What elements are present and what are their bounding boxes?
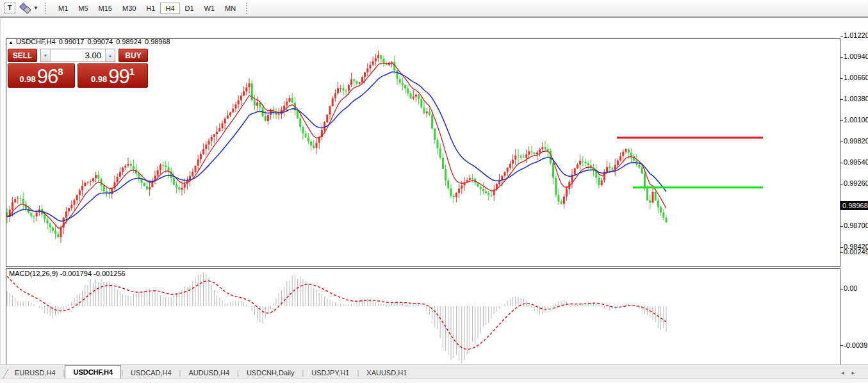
toolbar-grip[interactable] xyxy=(45,3,48,14)
chart-tab-bar: EURUSD,H4|USDCHF,H4|USDCAD,H4|AUDUSD,H4|… xyxy=(0,364,868,379)
tab-usdchf-h4[interactable]: USDCHF,H4 xyxy=(65,365,121,379)
one-click-trading-panel: SELL ▼ ▲ BUY 0.98 96 8 0.98 99 1 xyxy=(8,49,148,88)
buy-pips: 99 xyxy=(108,66,129,87)
timeframe-button-m1[interactable]: M1 xyxy=(53,3,73,14)
price-axis-label: 1.00940 xyxy=(844,53,868,60)
macd-indicator-label: MACD(12,26,9) -0.001794 -0.001256 xyxy=(9,270,126,277)
sell-big-figure: 0.98 xyxy=(19,74,35,84)
terminal-window: T ▼ M1M5M15M30H1H4D1W1MN ▲USDCHF,H40.990… xyxy=(0,0,868,383)
up-triangle-icon: ▲ xyxy=(8,40,13,45)
tab-scroll-right-icon[interactable]: ► xyxy=(851,370,862,376)
tab-scroll-left-icon[interactable]: ◄ xyxy=(840,370,851,376)
chevron-down-icon: ▼ xyxy=(33,5,38,11)
price-axis-label: 0.99540 xyxy=(844,158,868,166)
tab-xauusd-h1[interactable]: XAUUSD,H1 xyxy=(359,366,414,379)
timeframe-button-d1[interactable]: D1 xyxy=(180,3,199,14)
macd-chart[interactable] xyxy=(6,268,840,368)
status-strip xyxy=(0,379,868,383)
price-axis-tick xyxy=(840,142,843,142)
macd-signal-line xyxy=(7,276,666,349)
timeframe-button-h1[interactable]: H1 xyxy=(141,3,160,14)
price-axis-tick xyxy=(840,120,843,121)
macd-axis-label: 0.00 xyxy=(844,284,857,292)
current-price-tag: 0.98968 xyxy=(840,201,868,210)
low-value: 0.98924 xyxy=(116,38,142,45)
tab-scroll-arrows: ◄► xyxy=(840,370,862,376)
high-value: 0.99074 xyxy=(87,38,113,45)
price-axis-label: 0.99260 xyxy=(844,179,868,187)
sell-button[interactable]: SELL xyxy=(8,49,37,62)
timeframe-button-m15[interactable]: M15 xyxy=(94,3,117,14)
price-axis-tick xyxy=(840,57,843,58)
buy-pipette: 1 xyxy=(129,66,135,77)
macd-axis-tick xyxy=(840,252,843,253)
volume-input[interactable] xyxy=(51,49,105,61)
timeframe-button-h4[interactable]: H4 xyxy=(160,3,179,14)
price-axis-tick xyxy=(840,247,843,248)
price-axis-tick xyxy=(840,226,843,227)
symbol-label: USDCHF,H4 xyxy=(16,38,56,45)
sell-pipette: 8 xyxy=(58,66,63,77)
macd-axis-tick xyxy=(840,289,843,289)
tabs: EURUSD,H4|USDCHF,H4|USDCAD,H4|AUDUSD,H4|… xyxy=(7,365,414,379)
text-tool-icon: T xyxy=(4,3,15,13)
text-tool-button[interactable]: T xyxy=(3,2,17,15)
close-value: 0.98968 xyxy=(145,38,170,45)
price-axis-label: 1.00100 xyxy=(844,116,868,124)
tab-usdjpy-h1[interactable]: USDJPY,H1 xyxy=(304,366,357,379)
open-value: 0.99017 xyxy=(59,38,85,45)
chart-window: ▲USDCHF,H40.990170.990740.989240.98968 S… xyxy=(0,17,868,364)
macd-axis-tick xyxy=(840,345,843,346)
buy-button[interactable]: BUY xyxy=(119,49,148,62)
tab-eurusd-h4[interactable]: EURUSD,H4 xyxy=(7,366,63,379)
timeframe-button-mn[interactable]: MN xyxy=(220,3,241,14)
objects-icon xyxy=(19,3,32,13)
timeframe-button-m30[interactable]: M30 xyxy=(117,3,141,14)
price-axis-label: 0.99820 xyxy=(844,137,868,145)
volume-decrease-button[interactable]: ▼ xyxy=(41,49,51,61)
price-axis-tick xyxy=(840,36,843,37)
timeframe-button-w1[interactable]: W1 xyxy=(199,3,220,14)
macd-axis-label: 0.002492 xyxy=(844,248,868,256)
tab-usdcnh-daily[interactable]: USDCNH,Daily xyxy=(239,366,302,379)
objects-tool-button[interactable]: ▼ xyxy=(18,2,40,15)
price-axis-tick xyxy=(840,184,843,184)
toolbar-grip[interactable] xyxy=(246,3,249,14)
buy-price-box[interactable]: 0.98 99 1 xyxy=(78,63,148,88)
tab-usdcad-h4[interactable]: USDCAD,H4 xyxy=(123,366,179,379)
price-axis-label: 1.00380 xyxy=(844,95,868,102)
price-axis-label: 1.00660 xyxy=(844,74,868,81)
price-axis-label: 0.98700 xyxy=(844,222,868,229)
tab-audusd-h4[interactable]: AUDUSD,H4 xyxy=(181,366,237,379)
macd-axis-label: -0.003913 xyxy=(844,341,868,349)
volume-increase-button[interactable]: ▲ xyxy=(105,49,115,61)
price-axis-tick xyxy=(840,99,843,100)
toolbar: T ▼ M1M5M15M30H1H4D1W1MN xyxy=(0,0,868,17)
buy-big-figure: 0.98 xyxy=(91,74,107,84)
sell-pips: 96 xyxy=(37,66,58,87)
sell-price-box[interactable]: 0.98 96 8 xyxy=(8,63,75,88)
price-axis-tick xyxy=(840,163,843,163)
price-axis-label: 1.01220 xyxy=(844,31,868,39)
chart-ohlc-header: ▲USDCHF,H40.990170.990740.989240.98968 xyxy=(8,38,174,45)
price-axis-tick xyxy=(840,78,843,79)
timeframe-button-m5[interactable]: M5 xyxy=(73,3,93,14)
volume-stepper: ▼ ▲ xyxy=(40,49,115,62)
timeframe-toolbar: M1M5M15M30H1H4D1W1MN xyxy=(53,3,241,14)
